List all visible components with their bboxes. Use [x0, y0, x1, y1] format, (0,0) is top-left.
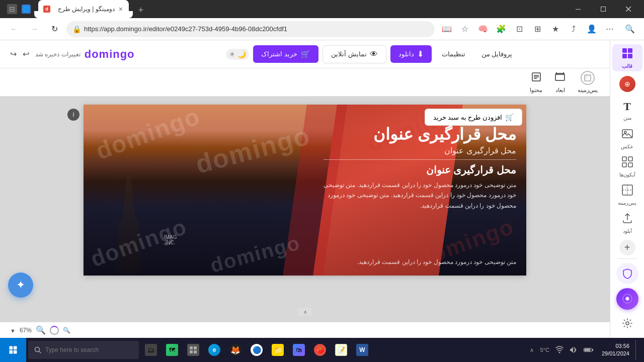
title-bar: ⊟ 🌐 d دومینگو | ویرایش طرح ×	[0, 0, 644, 18]
taskbar-icon-edge[interactable]: e	[204, 338, 224, 362]
panel-item-image[interactable]: عکس	[612, 125, 642, 152]
theme-toggle[interactable]: 🌙 ☀	[226, 49, 249, 60]
banner-title: محل قرارگیری عنوان	[324, 125, 516, 144]
panel-item-background[interactable]: پس‌زمینه	[612, 182, 642, 209]
svg-rect-14	[622, 54, 627, 58]
url-bar: 🔒	[66, 21, 435, 37]
shield-button[interactable]	[616, 263, 638, 284]
tab-title: دومینگو | ویرایش طرح	[53, 6, 115, 13]
zoom-in-button[interactable]: 🔍	[34, 324, 48, 336]
panel-item-upload[interactable]: آپلود	[612, 210, 642, 237]
text-label: متن	[623, 115, 631, 121]
settings-button[interactable]: تنظیمات	[436, 47, 471, 61]
taskbar-search	[28, 341, 139, 359]
url-input[interactable]	[84, 25, 429, 33]
svg-rect-20	[622, 163, 626, 167]
back-button[interactable]: ←	[6, 21, 22, 37]
tray-battery[interactable]	[582, 346, 596, 354]
sidebar-toggle-button[interactable]: ⊞	[529, 21, 545, 37]
redo-button[interactable]: ↪	[8, 47, 19, 61]
share-button[interactable]: ⤴	[566, 21, 582, 37]
tab-close-button[interactable]: ×	[118, 5, 124, 13]
collections-button[interactable]: ★	[547, 21, 564, 37]
sub-tool-dimensions[interactable]: ابعاد	[554, 71, 566, 94]
refresh-button[interactable]: ↻	[46, 21, 62, 37]
show-desktop-button[interactable]	[635, 340, 640, 360]
undo-button[interactable]: ↩	[21, 47, 31, 61]
text-icon: T	[623, 100, 631, 113]
image-icon	[621, 128, 633, 142]
panel-item-text[interactable]: T متن	[612, 97, 642, 124]
zoom-out-button[interactable]: 🔍	[61, 326, 72, 335]
ai-button[interactable]	[616, 288, 638, 309]
close-button[interactable]	[617, 0, 640, 18]
taskbar-icon-view[interactable]: 🗂	[141, 338, 161, 362]
new-tab-button[interactable]: +	[133, 2, 149, 18]
zoom-controls: ▼ 67% 🔍 🔍	[8, 324, 72, 336]
template-icon	[621, 47, 633, 61]
canvas-area[interactable]: i 🛒 افزودن طرح به سبد خرید	[0, 97, 610, 338]
brain-button[interactable]: 🧠	[475, 21, 491, 37]
sub-tool-content[interactable]: محتوا	[530, 71, 542, 94]
active-tab[interactable]: d دومینگو | ویرایش طرح ×	[38, 0, 129, 18]
add-to-cart-button[interactable]: 🛒 افزودن طرح به سبد خرید	[425, 109, 522, 126]
taskbar-icon-store[interactable]: 🛍	[289, 338, 309, 362]
taskbar: 🗂 🗺 e 🦊	[0, 338, 644, 362]
taskbar-icon-notepad[interactable]: 📝	[331, 338, 351, 362]
banner-footer-text: متن توضیحی خود درمورد محصول خود را دراین…	[357, 258, 516, 265]
design-canvas: i 🛒 افزودن طرح به سبد خرید	[84, 105, 526, 276]
taskbar-icon-firefox[interactable]: 🦊	[225, 338, 246, 362]
share-button[interactable]: 🛒 خرید اشتراک	[253, 45, 318, 63]
taskbar-icon-maps[interactable]: 🗺	[162, 338, 182, 362]
tab-favicon: d	[43, 6, 50, 13]
settings-gear-button[interactable]	[616, 313, 638, 334]
minimize-button[interactable]	[567, 0, 590, 18]
tray-temp: 5°C	[538, 346, 551, 354]
canvas-info-button[interactable]: i	[67, 109, 79, 121]
tray-volume[interactable]	[568, 345, 580, 355]
browser-tools: 📖 ☆ 🧠 🧩 ⊡ ⊞ ★ ⤴ 👤 ⋯	[439, 21, 618, 37]
maximize-button[interactable]	[592, 0, 615, 18]
panel-item-icons[interactable]: آیکون‌ها	[612, 153, 642, 180]
magic-button[interactable]: ✦	[8, 273, 33, 298]
scroll-indicator[interactable]: ∧	[297, 308, 312, 316]
svg-rect-12	[622, 48, 627, 53]
taskbar-icon-word[interactable]: W	[352, 338, 372, 362]
svg-point-24	[626, 298, 628, 300]
extensions-button[interactable]: 🧩	[493, 21, 509, 37]
browser-search-button[interactable]: 🔍	[622, 21, 638, 37]
split-view-button[interactable]: ⊡	[511, 21, 527, 37]
profile-button[interactable]: 👤	[584, 21, 600, 37]
start-button[interactable]	[0, 338, 26, 362]
zoom-level: 67%	[20, 327, 32, 334]
zoom-dropdown-button[interactable]: ▼	[8, 325, 18, 336]
logo-area: domingo تغییرات ذخیره شد ↩ ↪	[8, 47, 135, 61]
forward-button[interactable]: →	[26, 21, 42, 37]
taskbar-icon-task-view[interactable]	[183, 338, 203, 362]
preview-button[interactable]: 👁 نمایش آنلاین	[323, 45, 386, 63]
right-extra-1[interactable]: ⊕	[616, 73, 638, 95]
reading-view-button[interactable]: 📖	[439, 21, 455, 37]
tray-network[interactable]	[553, 345, 566, 355]
taskbar-search-input[interactable]	[45, 346, 131, 353]
more-button[interactable]: ⋯	[602, 21, 618, 37]
favorites-button[interactable]: ☆	[457, 21, 473, 37]
panel-item-template[interactable]: قالب	[612, 44, 642, 71]
editor-main: پروفایل من تنظیمات ⬇ دانلود 👁 نمایش آنلا…	[0, 40, 644, 338]
sub-tool-background[interactable]: پس‌زمینه	[578, 71, 598, 94]
image-label: عکس	[621, 144, 633, 149]
tray-chevron[interactable]: ∧	[528, 346, 536, 354]
svg-rect-18	[622, 157, 626, 161]
background-panel-label: پس‌زمینه	[618, 200, 636, 206]
banner-divider	[324, 159, 516, 160]
svg-rect-21	[628, 163, 632, 167]
taskbar-icon-pomodoro[interactable]: 🍅	[310, 338, 330, 362]
taskbar-icon-chrome[interactable]: 🔵	[247, 338, 267, 362]
svg-rect-31	[194, 350, 197, 353]
taskbar-clock[interactable]: 03:56 29/01/2024	[598, 342, 633, 358]
add-element-button[interactable]: +	[619, 240, 635, 255]
svg-point-25	[626, 322, 629, 325]
taskbar-icon-windows-explorer[interactable]: 📁	[268, 338, 288, 362]
profile-menu-button[interactable]: پروفایل من	[475, 47, 519, 61]
download-button[interactable]: ⬇ دانلود	[390, 45, 432, 63]
